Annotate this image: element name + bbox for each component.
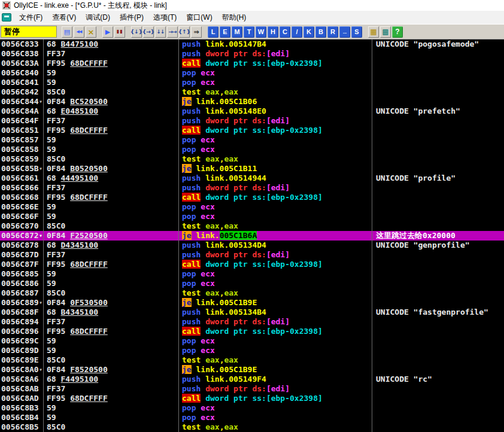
disasm-row[interactable]: 0056C87085C0test eax,eax bbox=[0, 221, 504, 231]
cpu-child-window-icon[interactable] bbox=[2, 13, 11, 22]
address-cell: 0056C868 bbox=[0, 193, 44, 202]
instruction-cell: pop ecx bbox=[179, 269, 372, 279]
menu-help[interactable]: 帮助(H) bbox=[217, 11, 251, 25]
hex-bytes-cell: 68 F4495100 bbox=[44, 375, 179, 384]
disasm-row[interactable]: 0056C8B359pop ecx bbox=[0, 403, 504, 413]
disasm-row[interactable]: 0056C8A668 F4495100push link.005149F4UNI… bbox=[0, 375, 504, 384]
patches-window-button[interactable]: / bbox=[292, 26, 302, 38]
step-over-button[interactable]: {→} bbox=[143, 26, 154, 38]
disasm-row[interactable]: 0056C85859pop ecx bbox=[0, 145, 504, 154]
disasm-row[interactable]: 0056C87868 D4345100push link.005134D4UNI… bbox=[0, 241, 504, 250]
disasm-row[interactable]: 0056C8B459pop ecx bbox=[0, 413, 504, 422]
disasm-row[interactable]: 0056C84159pop ecx bbox=[0, 78, 504, 87]
disasm-row[interactable]: 0056C896FF95 68DCFFFFcall dword ptr ss:[… bbox=[0, 327, 504, 336]
comment-cell bbox=[372, 384, 504, 394]
step-into-button[interactable]: {↓} bbox=[131, 26, 142, 38]
disasm-row[interactable]: 0056C868FF95 68DCFFFFcall dword ptr ss:[… bbox=[0, 193, 504, 202]
breakpoints-window-button[interactable]: B bbox=[315, 26, 326, 38]
instruction-cell: pop ecx bbox=[179, 135, 372, 145]
cpu-window-button[interactable]: C bbox=[280, 26, 290, 38]
comment-cell bbox=[372, 164, 504, 174]
disasm-row[interactable]: 0056C89E85C0test eax,eax bbox=[0, 355, 504, 365]
disasm-row[interactable]: 0056C8ABFF37push dword ptr ds:[edi] bbox=[0, 384, 504, 394]
disasm-row[interactable]: 0056C88F68 B4345100push link.005134B4UNI… bbox=[0, 308, 504, 317]
disasm-row[interactable]: 0056C872▾0F84 F2520500je link.005C1B6A这里… bbox=[0, 231, 504, 241]
disasm-row[interactable]: 0056C89D59pop ecx bbox=[0, 346, 504, 355]
log-window-button[interactable]: L bbox=[208, 26, 218, 38]
disasm-row[interactable]: 0056C85759pop ecx bbox=[0, 135, 504, 145]
menu-view[interactable]: 查看(V) bbox=[47, 11, 81, 25]
run-button[interactable]: ▶ bbox=[102, 26, 113, 38]
disasm-row[interactable]: 0056C84285C0test eax,eax bbox=[0, 87, 504, 97]
disasm-row[interactable]: 0056C89C59pop ecx bbox=[0, 336, 504, 346]
help-button[interactable]: ? bbox=[392, 26, 403, 38]
menu-file[interactable]: 文件(F) bbox=[14, 11, 47, 25]
call-stack-window-button[interactable]: K bbox=[303, 26, 314, 38]
memory-window-button[interactable]: M bbox=[232, 26, 242, 38]
goto-button[interactable]: ⇒ bbox=[191, 26, 202, 38]
disasm-row[interactable]: 0056C84A68 E0485100push link.005148E0UNI… bbox=[0, 107, 504, 116]
disasm-row[interactable]: 0056C87FFF95 68DCFFFFcall dword ptr ss:[… bbox=[0, 260, 504, 269]
jump-direction-marker bbox=[42, 317, 43, 327]
exec-till-return-button[interactable]: {↑} bbox=[179, 26, 190, 38]
disasm-row[interactable]: 0056C889▾0F84 0F530500je link.005C1B9E bbox=[0, 298, 504, 308]
address-text: 0056C887 bbox=[1, 288, 39, 298]
references-window-icon: R bbox=[330, 28, 335, 35]
disasm-row[interactable]: 0056C87DFF37push dword ptr ds:[edi] bbox=[0, 250, 504, 260]
source-window-button[interactable]: S bbox=[351, 26, 362, 38]
disasm-row[interactable]: 0056C8A0▾0F84 F8520500je link.005C1B9E bbox=[0, 365, 504, 375]
references-window-button[interactable]: R bbox=[327, 26, 338, 38]
comment-cell bbox=[372, 116, 504, 126]
hex-bytes-cell: FF37 bbox=[44, 317, 179, 327]
jump-direction-marker bbox=[42, 39, 43, 49]
disasm-row[interactable]: 0056C8B585C0test eax,eax bbox=[0, 422, 504, 432]
disasm-row[interactable]: 0056C85985C0test eax,eax bbox=[0, 154, 504, 164]
disasm-row[interactable]: 0056C86168 44495100push link.00514944UNI… bbox=[0, 174, 504, 183]
disasm-row[interactable]: 0056C88785C0test eax,eax bbox=[0, 288, 504, 298]
executables-window-button[interactable]: E bbox=[220, 26, 230, 38]
menu-options[interactable]: 选项(T) bbox=[148, 11, 181, 25]
disasm-row[interactable]: 0056C88559pop ecx bbox=[0, 269, 504, 279]
disasm-row[interactable]: 0056C86F59pop ecx bbox=[0, 212, 504, 221]
animate-into-button[interactable]: ↓↓ bbox=[155, 26, 166, 38]
disasm-row[interactable]: 0056C866FF37push dword ptr ds:[edi] bbox=[0, 183, 504, 193]
comment-cell bbox=[372, 422, 504, 432]
restart-button[interactable]: ◀◀ bbox=[74, 26, 84, 38]
threads-window-button[interactable]: T bbox=[244, 26, 254, 38]
close-button[interactable]: × bbox=[86, 26, 96, 38]
disasm-row[interactable]: 0056C83368 B4475100push link.005147B4UNI… bbox=[0, 39, 504, 49]
menu-debug[interactable]: 调试(D) bbox=[81, 11, 115, 25]
appearance-button[interactable]: ▩ bbox=[380, 26, 391, 38]
disasm-row[interactable]: 0056C838FF37push dword ptr ds:[edi] bbox=[0, 49, 504, 59]
windows-window-button[interactable]: W bbox=[256, 26, 266, 38]
address-text: 0056C840 bbox=[1, 68, 39, 78]
disasm-row[interactable]: 0056C851FF95 68DCFFFFcall dword ptr ss:[… bbox=[0, 126, 504, 135]
disasm-row[interactable]: 0056C85B▾0F84 B0520500je link.005C1B11 bbox=[0, 164, 504, 174]
disasm-row[interactable]: 0056C84059pop ecx bbox=[0, 68, 504, 78]
instruction-cell: pop ecx bbox=[179, 145, 372, 154]
options-button[interactable]: ▦ bbox=[368, 26, 379, 38]
disasm-row[interactable]: 0056C86E59pop ecx bbox=[0, 202, 504, 212]
disasm-row[interactable]: 0056C894FF37push dword ptr ds:[edi] bbox=[0, 317, 504, 327]
menu-plugins[interactable]: 插件(P) bbox=[115, 11, 148, 25]
address-cell: 0056C86E bbox=[0, 202, 44, 212]
animate-over-button[interactable]: →→ bbox=[167, 26, 178, 38]
hex-bytes-cell: FF95 68DCFFFF bbox=[44, 394, 179, 403]
jump-direction-marker: ▾ bbox=[39, 97, 43, 107]
disasm-row[interactable]: 0056C84FFF37push dword ptr ds:[edi] bbox=[0, 116, 504, 126]
disasm-row[interactable]: 0056C88659pop ecx bbox=[0, 279, 504, 288]
jump-direction-marker: ▾ bbox=[39, 298, 43, 308]
disasm-row[interactable]: 0056C8ADFF95 68DCFFFFcall dword ptr ss:[… bbox=[0, 394, 504, 403]
disasm-row[interactable]: 0056C844▾0F84 BC520500je link.005C1B06 bbox=[0, 97, 504, 107]
instruction-cell: push link.005149F4 bbox=[179, 375, 372, 384]
open-file-button[interactable]: ▤ bbox=[62, 26, 72, 38]
handles-window-button[interactable]: H bbox=[268, 26, 278, 38]
disasm-row[interactable]: 0056C83AFF95 68DCFFFFcall dword ptr ss:[… bbox=[0, 59, 504, 68]
pause-button[interactable]: ▮▮ bbox=[114, 26, 125, 38]
instruction-cell: call dword ptr ss:[ebp-0x2398] bbox=[179, 260, 372, 269]
jump-direction-marker bbox=[42, 49, 43, 59]
menu-window[interactable]: 窗口(W) bbox=[181, 11, 217, 25]
comment-cell bbox=[372, 260, 504, 269]
instruction-cell: push dword ptr ds:[edi] bbox=[179, 49, 372, 59]
run-trace-window-button[interactable]: ... bbox=[339, 26, 350, 38]
